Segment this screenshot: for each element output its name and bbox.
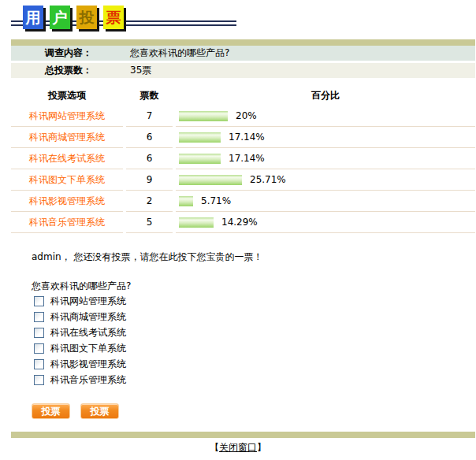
result-percent-label: 14.29%	[221, 217, 258, 228]
vote-option-row: 科讯图文下单系统	[34, 340, 126, 356]
vote-option-row: 科讯音乐管理系统	[34, 372, 126, 388]
result-votes: 6	[126, 127, 173, 148]
result-bar	[179, 111, 228, 121]
result-bar	[179, 217, 214, 228]
option-label: 科讯网站管理系统	[50, 295, 126, 308]
result-percent-cell: 20%	[176, 106, 475, 127]
footer-close-bar: 【关闭窗口】	[0, 441, 476, 454]
option-label: 科讯图文下单系统	[50, 342, 126, 355]
result-percent-cell: 14.29%	[176, 212, 475, 233]
vote-option-row: 科讯在线考试系统	[34, 325, 126, 340]
result-votes: 2	[126, 191, 173, 212]
header-votes: 票数	[126, 89, 173, 102]
option-checkbox[interactable]	[34, 375, 44, 385]
vote-option-row: 科讯网站管理系统	[34, 293, 126, 309]
option-label: 科讯商城管理系统	[50, 310, 126, 324]
option-checkbox[interactable]	[34, 359, 44, 369]
option-checkbox[interactable]	[34, 312, 44, 322]
logo-divider-line	[11, 20, 236, 22]
result-percent-cell: 17.14%	[176, 127, 475, 148]
logo-char-hu: 户	[50, 6, 70, 29]
result-percent-label: 25.71%	[250, 174, 286, 185]
result-votes: 5	[126, 212, 173, 233]
header-option: 投票选项	[11, 89, 123, 102]
vote-submit-button[interactable]: 投票	[32, 403, 70, 419]
result-row: 科讯影视管理系统 2 5.71%	[11, 191, 475, 212]
vote-options-list: 科讯网站管理系统 科讯商城管理系统 科讯在线考试系统 科讯图文下单系统 科讯影视…	[34, 293, 126, 388]
total-votes-value: 35票	[126, 64, 151, 77]
header-percent: 百分比	[176, 89, 475, 102]
result-row: 科讯在线考试系统 6 17.14%	[11, 148, 475, 169]
option-label: 科讯音乐管理系统	[50, 373, 126, 387]
section-strip-bottom	[11, 432, 475, 438]
result-percent-cell: 5.71%	[176, 191, 475, 212]
option-checkbox[interactable]	[34, 343, 44, 354]
results-rows: 科讯网站管理系统 7 20% 科讯商城管理系统 6 17.14%	[11, 106, 475, 233]
result-option-link[interactable]: 科讯图文下单系统	[11, 169, 123, 191]
result-row: 科讯音乐管理系统 5 14.29%	[11, 212, 475, 233]
close-window-link[interactable]: 关闭窗口	[219, 442, 257, 453]
result-percent-label: 17.14%	[229, 153, 265, 164]
greeting-text: admin， 您还没有投票，请您在此投下您宝贵的一票！	[32, 250, 262, 264]
result-row: 科讯图文下单系统 9 25.71%	[11, 169, 475, 191]
result-bar	[179, 154, 221, 164]
result-row: 科讯商城管理系统 6 17.14%	[11, 127, 475, 148]
vote-option-row: 科讯影视管理系统	[34, 356, 126, 372]
survey-content-value: 您喜欢科讯的哪些产品?	[126, 46, 229, 60]
result-votes: 7	[126, 106, 173, 127]
result-row: 科讯网站管理系统 7 20%	[11, 106, 475, 127]
result-votes: 9	[126, 169, 173, 191]
result-percent-label: 17.14%	[229, 132, 265, 143]
option-checkbox[interactable]	[34, 328, 44, 338]
result-option-link[interactable]: 科讯在线考试系统	[11, 148, 123, 169]
total-votes-row: 总投票数： 35票	[11, 63, 475, 78]
total-votes-label: 总投票数：	[11, 64, 126, 77]
logo-char-piao: 票	[103, 6, 124, 29]
logo-char-yong: 用	[23, 6, 43, 29]
vote-submit-button-2[interactable]: 投票	[80, 403, 119, 419]
result-percent-cell: 17.14%	[176, 148, 475, 169]
survey-content-label: 调查内容：	[11, 46, 126, 60]
survey-content-row: 调查内容： 您喜欢科讯的哪些产品?	[11, 46, 475, 61]
user-vote-page: 用 户 投 票 调查内容： 您喜欢科讯的哪些产品? 总投票数： 35票 投票选项…	[0, 0, 476, 460]
result-percent-label: 5.71%	[201, 195, 231, 206]
option-label: 科讯影视管理系统	[50, 358, 126, 371]
results-table: 投票选项 票数 百分比 科讯网站管理系统 7 20% 科讯商城管理系统 6	[11, 85, 475, 233]
result-bar	[179, 196, 193, 206]
logo-char-tou: 投	[76, 6, 97, 29]
result-percent-cell: 25.71%	[176, 169, 475, 191]
section-strip-top	[11, 39, 475, 46]
results-header-row: 投票选项 票数 百分比	[11, 85, 475, 106]
option-checkbox[interactable]	[34, 296, 44, 306]
result-bar	[179, 175, 242, 185]
close-bracket-left: 【	[210, 442, 219, 453]
result-bar	[179, 132, 221, 143]
result-votes: 6	[126, 148, 173, 169]
logo-divider-line	[11, 24, 236, 26]
vote-question: 您喜欢科讯的哪些产品?	[32, 280, 131, 293]
option-label: 科讯在线考试系统	[50, 326, 126, 339]
result-option-link[interactable]: 科讯商城管理系统	[11, 127, 123, 148]
vote-option-row: 科讯商城管理系统	[34, 309, 126, 325]
close-bracket-right: 】	[257, 442, 266, 453]
result-percent-label: 20%	[236, 110, 257, 121]
result-option-link[interactable]: 科讯音乐管理系统	[11, 212, 123, 233]
result-option-link[interactable]: 科讯网站管理系统	[11, 106, 123, 127]
result-option-link[interactable]: 科讯影视管理系统	[11, 191, 123, 212]
